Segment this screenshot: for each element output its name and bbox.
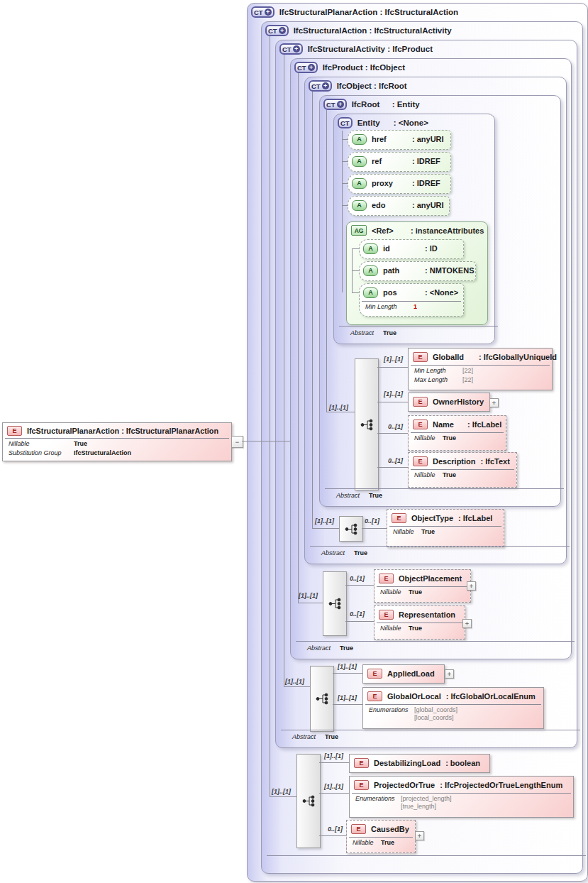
expand-icon[interactable]: + [322, 82, 329, 89]
attribute-icon: A [352, 134, 367, 145]
element-icon: E [367, 669, 382, 679]
cardinality: [1]..[1] [315, 517, 334, 525]
expand-button[interactable]: + [489, 398, 499, 407]
type-title: IfcProduct : IfcObject [323, 63, 405, 72]
element-globalorlocal[interactable]: E GlobalOrLocal : IfcGlobalOrLocalEnum E… [362, 687, 544, 729]
complex-type-icon[interactable]: CT+ [309, 80, 332, 92]
complex-type-icon[interactable]: CT+ [294, 62, 318, 73]
complex-type-icon[interactable]: CT+ [279, 43, 303, 55]
property-label: Nillable [9, 440, 74, 448]
attribute-name: ref [372, 157, 407, 165]
attribute-name: edo [372, 201, 407, 209]
expand-button[interactable]: + [445, 669, 454, 679]
attribute-pos[interactable]: A pos : <None> Min Length 1 [359, 283, 464, 317]
element-icon: E [413, 419, 428, 429]
complex-type-icon[interactable]: CT+ [323, 99, 347, 110]
cardinality: 0..[1] [388, 423, 403, 430]
type-base: : Entity [392, 100, 420, 109]
sequence-indicator[interactable] [323, 571, 347, 636]
sequence-icon [328, 598, 342, 610]
attribute-ref[interactable]: A ref : IDREF [348, 152, 451, 172]
element-representation[interactable]: E Representation Nillable True [374, 605, 465, 640]
attribute-proxy[interactable]: A proxy : IDREF [348, 174, 451, 194]
property-label: Nillable [414, 471, 443, 479]
attribute-name: id [383, 244, 420, 253]
expand-button[interactable]: + [415, 831, 424, 840]
element-destabilizingload[interactable]: E DestabilizingLoad : boolean [349, 754, 490, 773]
type-header: CT+ IfcProduct : IfcObject [294, 61, 405, 74]
element-name[interactable]: E Name : IfcLabel Nillable True [408, 415, 506, 451]
element-ownerhistory[interactable]: E OwnerHistory [408, 393, 490, 412]
sequence-icon [360, 419, 374, 431]
attribute-icon: A [363, 287, 378, 298]
cardinality: [1]..[1] [272, 788, 291, 795]
attribute-icon: A [352, 200, 367, 211]
connector-line [352, 270, 359, 271]
sequence-indicator[interactable] [310, 666, 334, 732]
element-projectedortrue[interactable]: E ProjectedOrTrue : IfcProjectedOrTrueLe… [349, 776, 574, 818]
connector-line [342, 205, 348, 206]
attribute-path[interactable]: A path : NMTOKENS [359, 261, 476, 281]
element-globalid[interactable]: E GlobalId : IfcGloballyUniqueId Min Len… [408, 348, 553, 390]
attribute-name: path [383, 266, 420, 275]
cardinality: [1]..[1] [384, 390, 403, 397]
element-name: OwnerHistory [433, 397, 484, 406]
collapse-button[interactable]: − [231, 436, 243, 448]
cardinality: 0..[1] [365, 517, 379, 525]
connector-line [377, 367, 408, 368]
element-appliedload[interactable]: E AppliedLoad [362, 664, 445, 684]
sequence-indicator[interactable] [296, 754, 321, 848]
root-element-box[interactable]: E IfcStructuralPlanarAction : IfcStructu… [2, 422, 232, 461]
element-name: GlobalId [433, 353, 474, 361]
attribute-type: : anyURI [412, 135, 444, 143]
root-element-title: IfcStructuralPlanarAction : IfcStructura… [27, 427, 218, 435]
complex-type-icon[interactable]: CT+ [265, 25, 289, 36]
expand-icon[interactable]: + [337, 101, 344, 108]
cardinality: [1]..[1] [324, 752, 343, 759]
connector-line [342, 161, 348, 162]
property-value: [22] [462, 376, 473, 384]
element-description[interactable]: E Description : IfcText Nillable True [408, 452, 517, 488]
sequence-icon [302, 795, 316, 807]
property-value: IfcStructuralAction [74, 449, 131, 457]
cardinality: [1]..[1] [338, 694, 357, 701]
sequence-icon [316, 693, 329, 705]
expand-icon[interactable]: + [279, 27, 286, 34]
element-causedby[interactable]: E CausedBy Nillable True [346, 820, 416, 853]
abstract-row [267, 855, 586, 859]
expand-icon[interactable]: + [308, 64, 315, 71]
connector-line [284, 55, 284, 686]
expand-button[interactable]: + [467, 581, 476, 591]
type-header: CT+ IfcObject : IfcRoot [309, 79, 407, 92]
element-icon: E [367, 691, 382, 701]
constraint-label: Min Length [365, 303, 414, 311]
complex-type-icon[interactable]: CT+ [251, 6, 274, 18]
cardinality: [1]..[1] [299, 592, 318, 599]
connector-line [326, 110, 327, 412]
element-icon: E [7, 426, 22, 436]
expand-button[interactable]: + [462, 619, 472, 628]
sequence-indicator[interactable] [339, 516, 363, 542]
attribute-href[interactable]: A href : anyURI [348, 130, 451, 150]
attribute-edo[interactable]: A edo : anyURI [348, 196, 450, 216]
connector-line [242, 441, 290, 442]
connector-line [284, 686, 310, 687]
property-value: True [409, 625, 422, 632]
sequence-indicator[interactable] [355, 358, 379, 490]
complex-type-icon[interactable]: CT [338, 117, 353, 128]
property-label: Max Length [414, 376, 462, 384]
property-value: True [381, 839, 394, 847]
expand-icon[interactable]: + [293, 45, 300, 53]
element-objectplacement[interactable]: E ObjectPlacement Nillable True [374, 569, 471, 603]
connector-line [352, 248, 359, 249]
element-objecttype[interactable]: E ObjectType : IfcLabel Nillable True [387, 509, 504, 547]
abstract-row: Abstract True [339, 326, 498, 336]
property-label: Nillable [380, 625, 409, 632]
connector-line [312, 528, 339, 529]
expand-icon[interactable]: + [265, 9, 272, 16]
element-icon: E [379, 610, 394, 620]
connector-line [319, 793, 349, 794]
attribute-id[interactable]: A id : ID [359, 239, 464, 259]
type-header: CT+ IfcStructuralPlanarAction : IfcStruc… [251, 6, 458, 18]
element-icon: E [413, 456, 428, 466]
